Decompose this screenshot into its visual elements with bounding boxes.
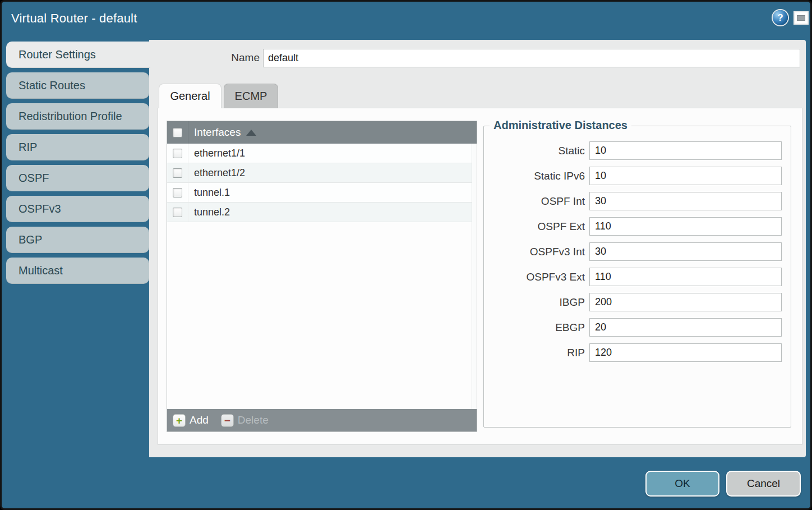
static-input[interactable] — [589, 141, 782, 160]
table-row[interactable]: tunnel.2 — [167, 203, 477, 222]
field-row-ospf-ext: OSPF Ext — [484, 217, 791, 236]
tab-label: General — [170, 90, 210, 103]
field-row-rip: RIP — [484, 343, 791, 362]
window-restore-icon[interactable] — [793, 11, 809, 25]
tab-label: ECMP — [235, 90, 267, 103]
ibgp-input[interactable] — [589, 293, 782, 311]
static-ipv6-input[interactable] — [589, 167, 782, 185]
row-checkbox[interactable] — [173, 149, 182, 158]
sidebar-item-rip[interactable]: RIP — [6, 134, 149, 160]
field-row-ibgp: IBGP — [484, 293, 791, 311]
field-label: OSPFv3 Ext — [484, 271, 589, 283]
row-checkbox[interactable] — [173, 188, 182, 197]
row-checkbox[interactable] — [173, 208, 182, 217]
dialog-title: Virtual Router - default — [11, 11, 137, 26]
interface-name: tunnel.1 — [188, 187, 230, 199]
window-restore-icon-glyph — [797, 15, 805, 21]
general-tab-body: Interfaces ethernet1/1 ethernet1/2 tunne… — [158, 108, 802, 445]
ospfv3-int-input[interactable] — [589, 242, 782, 261]
table-row[interactable]: tunnel.1 — [167, 183, 477, 203]
name-input[interactable] — [263, 49, 800, 67]
delete-button-label: Delete — [238, 414, 269, 426]
table-row[interactable]: ethernet1/1 — [167, 144, 477, 163]
row-checkbox[interactable] — [173, 168, 182, 178]
interface-name: tunnel.2 — [188, 206, 230, 218]
field-label: Static — [484, 145, 589, 157]
sidebar-item-router-settings[interactable]: Router Settings — [6, 42, 150, 68]
sidebar-item-static-routes[interactable]: Static Routes — [6, 72, 149, 99]
interface-name: ethernet1/1 — [188, 148, 245, 159]
sidebar-item-ospfv3[interactable]: OSPFv3 — [6, 196, 149, 222]
select-all-checkbox[interactable] — [173, 128, 182, 137]
field-row-static-ipv6: Static IPv6 — [484, 167, 791, 185]
interfaces-column-header[interactable]: Interfaces — [188, 126, 256, 139]
field-label: OSPF Ext — [484, 220, 589, 233]
sidebar-item-label: OSPFv3 — [19, 203, 61, 215]
interfaces-column-label: Interfaces — [194, 126, 241, 139]
field-label: RIP — [484, 347, 589, 359]
rip-input[interactable] — [589, 343, 782, 362]
administrative-distances-fieldset: Administrative Distances Static Static I… — [483, 126, 791, 428]
sidebar-item-multicast[interactable]: Multicast — [6, 258, 149, 284]
ospfv3-ext-input[interactable] — [589, 268, 782, 286]
help-icon[interactable]: ? — [773, 10, 788, 25]
sidebar-item-label: RIP — [19, 141, 37, 154]
tab-general[interactable]: General — [159, 84, 222, 108]
table-footer: + Add − Delete — [167, 409, 477, 431]
ospf-ext-input[interactable] — [589, 217, 782, 236]
name-label: Name — [192, 52, 260, 64]
field-label: OSPF Int — [484, 195, 589, 208]
tab-ecmp[interactable]: ECMP — [224, 84, 278, 108]
sidebar-item-label: BGP — [19, 233, 42, 246]
virtual-router-dialog: Virtual Router - default ? Router Settin… — [0, 0, 812, 510]
field-row-ebgp: EBGP — [484, 318, 791, 337]
field-row-ospf-int: OSPF Int — [484, 192, 791, 210]
table-row[interactable]: ethernet1/2 — [167, 163, 477, 183]
sort-asc-icon — [246, 130, 256, 136]
add-button[interactable]: + Add — [173, 414, 209, 427]
ospf-int-input[interactable] — [589, 192, 782, 210]
sidebar-item-label: Static Routes — [19, 79, 85, 92]
table-scrollbar[interactable] — [472, 144, 477, 409]
interface-name: ethernet1/2 — [188, 167, 245, 179]
field-label: EBGP — [484, 321, 589, 334]
ebgp-input[interactable] — [589, 318, 782, 337]
ok-button[interactable]: OK — [645, 471, 719, 497]
field-row-ospfv3-ext: OSPFv3 Ext — [484, 268, 791, 286]
administrative-distances-legend: Administrative Distances — [490, 119, 631, 132]
interfaces-table: Interfaces ethernet1/1 ethernet1/2 tunne… — [167, 121, 477, 432]
sidebar-item-label: OSPF — [19, 172, 49, 185]
field-row-ospfv3-int: OSPFv3 Int — [484, 242, 791, 261]
sidebar-item-label: Router Settings — [19, 48, 96, 61]
delete-button[interactable]: − Delete — [221, 414, 269, 427]
sidebar-item-label: Multicast — [19, 264, 63, 277]
delete-icon: − — [221, 414, 234, 427]
administrative-distances-rows: Static Static IPv6 OSPF Int OSPF Ext OSP… — [484, 141, 791, 369]
sidebar-item-redistribution-profile[interactable]: Redistribution Profile — [6, 103, 149, 130]
add-icon: + — [173, 414, 186, 427]
add-button-label: Add — [190, 414, 209, 426]
cancel-button[interactable]: Cancel — [726, 471, 801, 497]
field-label: Static IPv6 — [484, 170, 589, 182]
field-label: IBGP — [484, 296, 589, 309]
sidebar-item-label: Redistribution Profile — [19, 110, 122, 123]
sidebar-item-ospf[interactable]: OSPF — [6, 165, 149, 191]
field-row-static: Static — [484, 141, 791, 160]
sidebar-item-bgp[interactable]: BGP — [6, 227, 149, 253]
interfaces-table-header: Interfaces — [167, 121, 477, 144]
field-label: OSPFv3 Int — [484, 246, 589, 258]
